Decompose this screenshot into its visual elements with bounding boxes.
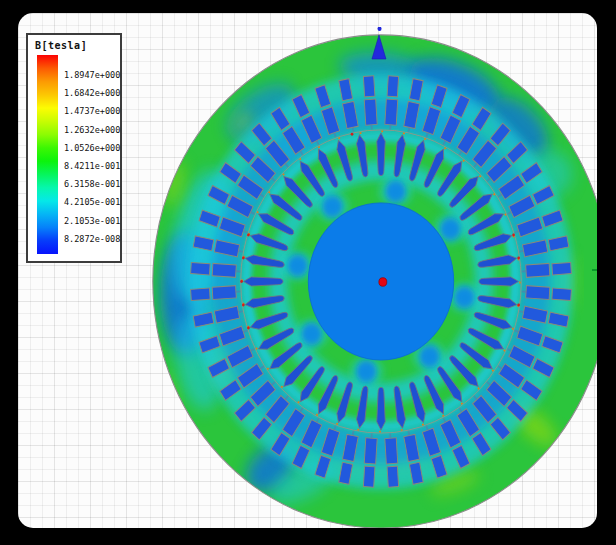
legend-value: 4.2105e-001 xyxy=(64,198,120,207)
x-axis-tick xyxy=(592,269,597,271)
legend-value: 1.0526e+000 xyxy=(64,144,120,153)
legend-value: 2.1053e-001 xyxy=(64,217,120,226)
legend-values: 1.8947e+0001.6842e+0001.4737e+0001.2632e… xyxy=(28,35,120,261)
legend-value: 1.4737e+000 xyxy=(64,107,120,116)
motor-field-plot[interactable] xyxy=(151,27,597,528)
legend-value: 1.2632e+000 xyxy=(64,126,120,135)
legend-value: 1.8947e+000 xyxy=(64,71,120,80)
rotor-bar xyxy=(377,387,385,430)
legend-value: 1.6842e+000 xyxy=(64,89,120,98)
legend-value: 6.3158e-001 xyxy=(64,180,120,189)
flux-legend: B[tesla] 1.8947e+0001.6842e+0001.4737e+0… xyxy=(26,33,122,263)
screenshot-root: B[tesla] 1.8947e+0001.6842e+0001.4737e+0… xyxy=(0,0,616,545)
origin-marker xyxy=(379,278,387,287)
legend-value: 8.4211e-001 xyxy=(64,162,120,171)
legend-value: 8.2872e-008 xyxy=(64,235,120,244)
marker-dot-icon xyxy=(378,27,382,31)
rotor-bar xyxy=(377,133,385,176)
rotor-bar xyxy=(243,277,283,286)
rotor-bar xyxy=(479,277,519,286)
plot-canvas: B[tesla] 1.8947e+0001.6842e+0001.4737e+0… xyxy=(18,13,597,528)
